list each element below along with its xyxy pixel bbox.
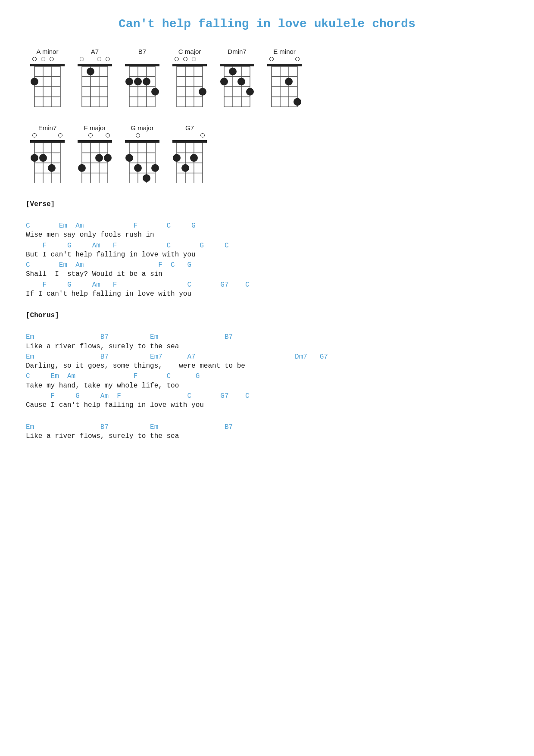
chord-nut xyxy=(125,64,159,66)
chord-nut xyxy=(78,64,112,66)
chord-name: F major xyxy=(84,124,106,131)
chord-line: Em B7 Em B7 xyxy=(26,333,508,341)
section-block: Em B7 Em B7Like a river flows, surely to… xyxy=(26,423,508,441)
finger-dot xyxy=(143,174,150,182)
open-strings-row xyxy=(30,133,65,139)
page-title: Can't help falling in love ukulele chord… xyxy=(26,17,508,31)
chord-diagram-g-major: G major xyxy=(125,124,159,183)
chord-diagrams-section: A minorA7B7C majorDmin7E minorEmin7F maj… xyxy=(26,48,508,183)
chord-name: C major xyxy=(178,48,201,55)
lyric-line: Take my hand, take my whole life, too xyxy=(26,381,508,390)
chord-line: C Em Am F C G xyxy=(26,222,508,230)
open-string-indicator xyxy=(32,57,37,61)
lyrics-content: [Verse]C Em Am F C GWise men say only fo… xyxy=(26,200,508,441)
chord-nut xyxy=(78,140,112,143)
finger-dot xyxy=(87,68,94,75)
chord-line: F G Am F C G7 C xyxy=(26,392,508,400)
chord-diagram-b7: B7 xyxy=(125,48,159,107)
chord-lyric-pair: F G Am F C G7 CCause I can't help fallin… xyxy=(26,392,508,410)
lyric-line: Shall I stay? Would it be a sin xyxy=(26,269,508,279)
chord-lyric-pair: Em B7 Em B7Like a river flows, surely to… xyxy=(26,423,508,441)
chord-grid xyxy=(78,64,112,107)
chord-lyric-pair: C Em Am F C GShall I stay? Would it be a… xyxy=(26,261,508,279)
finger-dot xyxy=(173,154,181,162)
chord-nut xyxy=(30,64,65,66)
open-string-indicator xyxy=(136,133,140,137)
chord-diagram-f-major: F major xyxy=(78,124,112,183)
open-string-indicator xyxy=(106,57,110,61)
open-strings-row xyxy=(172,57,207,63)
lyric-line: Wise men say only fools rush in xyxy=(26,230,508,240)
open-string-indicator xyxy=(192,57,196,61)
section-label: [Chorus] xyxy=(26,312,508,319)
chord-nut xyxy=(30,140,65,143)
chord-lyric-pair: Em B7 Em7 A7 Dm7 G7Darling, so it goes, … xyxy=(26,353,508,371)
lyric-line: Like a river flows, surely to the sea xyxy=(26,431,508,441)
finger-dot xyxy=(95,154,103,162)
chord-name: A7 xyxy=(91,48,99,55)
open-string-indicator xyxy=(106,133,110,137)
lyric-line: Cause I can't help falling in love with … xyxy=(26,400,508,410)
finger-dot xyxy=(78,164,86,172)
finger-dot xyxy=(294,98,301,106)
open-string-indicator xyxy=(269,57,274,61)
chord-grid xyxy=(172,140,207,183)
chord-nut xyxy=(172,64,207,66)
open-string-indicator xyxy=(200,133,205,137)
finger-dot xyxy=(181,164,189,172)
chord-name: G major xyxy=(131,124,153,131)
lyric-line: Like a river flows, surely to the sea xyxy=(26,342,508,351)
open-string-indicator xyxy=(80,57,84,61)
chord-line: F G Am F C G7 C xyxy=(26,281,508,289)
open-strings-row xyxy=(172,133,207,139)
chord-line: Em B7 Em B7 xyxy=(26,423,508,431)
finger-dot xyxy=(31,154,38,162)
chord-name: Emin7 xyxy=(38,124,57,131)
chord-diagram-dmin7: Dmin7 xyxy=(220,48,254,107)
open-strings-row xyxy=(78,133,112,139)
chord-lyric-pair: F G Am F C G CBut I can't help falling i… xyxy=(26,242,508,260)
open-string-indicator xyxy=(183,57,187,61)
finger-dot xyxy=(31,78,38,85)
chord-grid xyxy=(172,64,207,107)
section-block: [Chorus]Em B7 Em B7Like a river flows, s… xyxy=(26,312,508,410)
finger-dot xyxy=(48,164,56,172)
finger-dot xyxy=(229,68,237,75)
chord-name: B7 xyxy=(138,48,146,55)
open-strings-row xyxy=(220,57,254,63)
chord-nut xyxy=(267,64,302,66)
open-strings-row xyxy=(125,133,159,139)
chord-grid xyxy=(220,64,254,107)
chord-name: A minor xyxy=(37,48,59,55)
finger-dot xyxy=(220,78,228,85)
finger-dot xyxy=(104,154,112,162)
finger-dot xyxy=(151,164,159,172)
open-string-indicator xyxy=(97,57,101,61)
finger-dot xyxy=(190,154,198,162)
chord-line: C Em Am F C G xyxy=(26,261,508,269)
chord-grid xyxy=(30,64,65,107)
chord-diagram-g7: G7 xyxy=(172,124,207,183)
chord-grid xyxy=(125,64,159,107)
chord-lyric-pair: C Em Am F C GTake my hand, take my whole… xyxy=(26,372,508,390)
finger-dot xyxy=(134,164,142,172)
open-string-indicator xyxy=(88,133,93,137)
open-string-indicator xyxy=(32,133,37,137)
section-block: [Verse]C Em Am F C GWise men say only fo… xyxy=(26,200,508,299)
finger-dot xyxy=(199,88,206,96)
finger-dot xyxy=(143,78,150,85)
finger-dot xyxy=(39,154,47,162)
chord-grid xyxy=(78,140,112,183)
chord-diagram-c-major: C major xyxy=(172,48,207,107)
chord-grid xyxy=(267,64,302,107)
chord-diagram-emin7: Emin7 xyxy=(30,124,65,183)
chord-diagram-a7: A7 xyxy=(78,48,112,107)
chord-nut xyxy=(172,140,207,143)
chord-lyric-pair: Em B7 Em B7Like a river flows, surely to… xyxy=(26,333,508,351)
chord-name: E minor xyxy=(273,48,296,55)
chord-grid xyxy=(30,140,65,183)
open-string-indicator xyxy=(175,57,179,61)
chord-name: Dmin7 xyxy=(228,48,246,55)
finger-dot xyxy=(125,78,133,85)
open-strings-row xyxy=(267,57,302,63)
